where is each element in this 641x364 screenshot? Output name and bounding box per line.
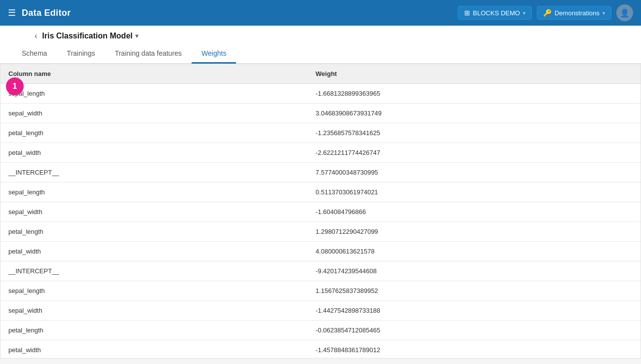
table-row: sepal_width-1.604084796866	[0, 202, 641, 222]
model-title: Iris Classification Model ▾	[42, 32, 138, 40]
weight-cell: 1.1567625837389952	[308, 281, 641, 301]
column-name-cell: sepal_length	[0, 84, 308, 104]
weight-cell: -0.0623854712085465	[308, 321, 641, 340]
table-row: petal_length1.2980712290427099	[0, 222, 641, 242]
demonstrations-chevron: ▾	[602, 10, 605, 16]
column-name-cell: sepal_width	[0, 202, 308, 222]
weight-cell: -1.6681328899363965	[308, 84, 641, 104]
table-row: petal_length-0.0623854712085465	[0, 321, 641, 340]
tabs-bar: SchemaTrainingsTraining data featuresWei…	[12, 44, 629, 63]
top-nav: ☰ Data Editor ⊞ BLOCKS DEMO ▾ 🔑 Demonstr…	[0, 0, 641, 26]
weight-header: Weight	[308, 64, 641, 84]
nav-left: ☰ Data Editor	[8, 7, 71, 18]
step-badge: 1	[6, 77, 24, 95]
table-row: petal_length-1.2356857578341625	[0, 123, 641, 143]
nav-right: ⊞ BLOCKS DEMO ▾ 🔑 Demonstrations ▾ 👤	[458, 4, 633, 21]
model-title-text: Iris Classification Model	[42, 32, 132, 40]
column-name-cell: petal_length	[0, 321, 308, 340]
demonstrations-label: Demonstrations	[555, 9, 600, 17]
tab-trainings[interactable]: Trainings	[57, 44, 105, 64]
weights-table: Column name Weight sepal_length-1.668132…	[0, 64, 641, 359]
sub-header: 1 ‹ Iris Classification Model ▾ SchemaTr…	[0, 26, 641, 64]
weight-cell: -1.4427542898733188	[308, 301, 641, 321]
table-row: __INTERCEPT__-9.420174239544608	[0, 261, 641, 281]
blocks-demo-chevron: ▾	[523, 10, 525, 16]
column-name-cell: sepal_length	[0, 281, 308, 301]
table-row: sepal_length0.5113703061974021	[0, 182, 641, 202]
table-row: sepal_width3.04683908673931749	[0, 104, 641, 123]
demonstrations-icon: 🔑	[543, 9, 552, 17]
weight-cell: 3.04683908673931749	[308, 104, 641, 123]
sub-header-top: 1 ‹ Iris Classification Model ▾	[12, 26, 629, 40]
table-row: sepal_width-1.4427542898733188	[0, 301, 641, 321]
avatar[interactable]: 👤	[616, 4, 633, 21]
column-name-cell: petal_width	[0, 340, 308, 359]
weight-cell: -1.4578848361789012	[308, 340, 641, 359]
weight-cell: 7.5774000348730995	[308, 163, 641, 182]
column-name-cell: sepal_length	[0, 182, 308, 202]
model-dropdown-icon[interactable]: ▾	[135, 33, 138, 39]
tab-weights[interactable]: Weights	[192, 44, 236, 64]
table-row: __INTERCEPT__7.5774000348730995	[0, 163, 641, 182]
tab-schema[interactable]: Schema	[12, 44, 57, 64]
weight-cell: 4.080000613621578	[308, 242, 641, 261]
column-name-header: Column name	[0, 64, 308, 84]
blocks-demo-button[interactable]: ⊞ BLOCKS DEMO ▾	[458, 6, 532, 20]
table-row: sepal_length1.1567625837389952	[0, 281, 641, 301]
weight-cell: 1.2980712290427099	[308, 222, 641, 242]
hamburger-icon[interactable]: ☰	[8, 7, 16, 18]
table-body: sepal_length-1.6681328899363965sepal_wid…	[0, 84, 641, 359]
column-name-cell: __INTERCEPT__	[0, 163, 308, 182]
demonstrations-button[interactable]: 🔑 Demonstrations ▾	[537, 6, 611, 20]
weight-cell: -2.6221211774426747	[308, 143, 641, 163]
weights-table-container: Column name Weight sepal_length-1.668132…	[0, 64, 641, 359]
tab-training-data-features[interactable]: Training data features	[105, 44, 192, 64]
column-name-cell: petal_length	[0, 222, 308, 242]
weight-cell: -9.420174239544608	[308, 261, 641, 281]
column-name-cell: __INTERCEPT__	[0, 261, 308, 281]
avatar-icon: 👤	[620, 8, 630, 18]
back-button[interactable]: ‹	[35, 32, 37, 40]
table-row: petal_width-2.6221211774426747	[0, 143, 641, 163]
weight-cell: -1.604084796866	[308, 202, 641, 222]
blocks-icon: ⊞	[464, 9, 470, 17]
table-row: petal_width-1.4578848361789012	[0, 340, 641, 359]
weight-cell: 0.5113703061974021	[308, 182, 641, 202]
weight-cell: -1.2356857578341625	[308, 123, 641, 143]
column-name-cell: petal_length	[0, 123, 308, 143]
column-name-cell: sepal_width	[0, 104, 308, 123]
column-name-cell: sepal_width	[0, 301, 308, 321]
table-header: Column name Weight	[0, 64, 641, 84]
table-header-row: Column name Weight	[0, 64, 641, 84]
blocks-demo-label: BLOCKS DEMO	[473, 9, 520, 17]
app-title: Data Editor	[22, 8, 71, 18]
column-name-cell: petal_width	[0, 143, 308, 163]
badge-number: 1	[13, 82, 17, 91]
table-row: sepal_length-1.6681328899363965	[0, 84, 641, 104]
table-row: petal_width4.080000613621578	[0, 242, 641, 261]
column-name-cell: petal_width	[0, 242, 308, 261]
